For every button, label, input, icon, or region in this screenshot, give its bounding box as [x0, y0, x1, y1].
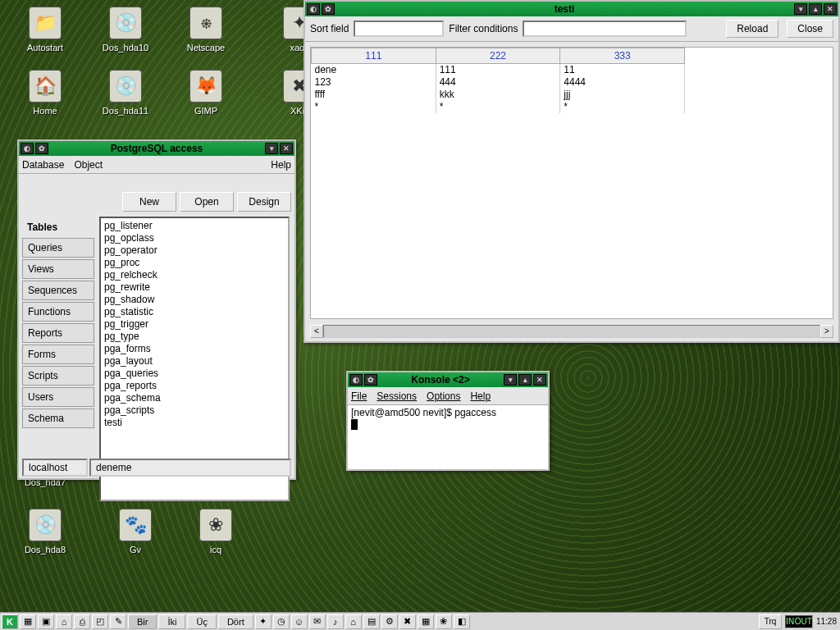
sysmenu-icon[interactable]: ◐: [21, 143, 34, 154]
cell[interactable]: *: [312, 101, 436, 113]
taskbar-icon[interactable]: ▦: [20, 614, 36, 629]
list-item[interactable]: pg_operator: [103, 244, 286, 257]
tab-sequences[interactable]: Sequences: [22, 281, 94, 300]
tray-icon[interactable]: ✖: [399, 614, 416, 629]
clock[interactable]: 11:28: [816, 617, 837, 626]
filter-input[interactable]: [523, 21, 687, 37]
sysmenu-icon[interactable]: ◐: [307, 3, 320, 15]
list-item[interactable]: pga_queries: [103, 368, 286, 380]
menu-help[interactable]: Help: [470, 390, 491, 402]
scroll-right-icon[interactable]: >: [820, 325, 833, 338]
open-button[interactable]: Open: [180, 192, 234, 212]
list-item[interactable]: pg_proc: [103, 257, 286, 269]
tray-icon[interactable]: ◷: [273, 614, 290, 629]
cell[interactable]: ffff: [312, 89, 436, 101]
cell[interactable]: 123: [312, 76, 436, 89]
tray-icon[interactable]: ⚙: [381, 614, 398, 629]
network-monitor[interactable]: IN OUT: [785, 615, 813, 628]
list-item[interactable]: pg_rewrite: [103, 281, 286, 294]
close-icon[interactable]: ✕: [824, 3, 837, 15]
scroll-left-icon[interactable]: <: [310, 325, 323, 338]
tab-reports[interactable]: Reports: [22, 323, 94, 343]
tab-queries[interactable]: Queries: [22, 238, 94, 258]
tray-icon[interactable]: ◧: [454, 614, 470, 629]
maximize-icon[interactable]: ▴: [518, 374, 532, 386]
list-item[interactable]: testi: [103, 417, 286, 429]
list-item[interactable]: pg_opclass: [103, 232, 286, 244]
cell[interactable]: dene: [312, 64, 436, 76]
list-item[interactable]: pg_listener: [103, 220, 286, 232]
list-item[interactable]: pga_scripts: [103, 404, 286, 417]
taskbar-icon[interactable]: ◰: [92, 614, 108, 629]
menu-sessions[interactable]: Sessions: [377, 390, 417, 402]
sticky-icon[interactable]: ✿: [364, 374, 377, 386]
column-header[interactable]: 333: [560, 48, 685, 64]
desktop-icon-dos_hda8[interactable]: 💿Dos_hda8: [16, 509, 74, 555]
sticky-icon[interactable]: ✿: [35, 143, 48, 154]
column-header[interactable]: 111: [312, 48, 436, 64]
list-item[interactable]: pg_shadow: [103, 294, 286, 306]
reload-button[interactable]: Reload: [726, 20, 778, 38]
cell[interactable]: 444: [436, 76, 560, 89]
list-item[interactable]: pg_trigger: [103, 318, 286, 331]
column-header[interactable]: 222: [436, 48, 560, 64]
cell[interactable]: 11: [560, 64, 685, 76]
desktop-icon-icq[interactable]: ❀icq: [187, 509, 244, 555]
desktop-switch-3[interactable]: Üç: [187, 614, 216, 629]
tray-icon[interactable]: ▦: [418, 614, 434, 629]
list-item[interactable]: pga_forms: [103, 343, 286, 355]
konsole-titlebar[interactable]: ◐ ✿ Konsole <2> ▾ ▴ ✕: [348, 372, 548, 387]
tray-icon[interactable]: ▤: [363, 614, 380, 629]
desktop-icon-dos_hda10[interactable]: 💿Dos_hda10: [97, 7, 154, 52]
taskbar-icon[interactable]: ▣: [38, 614, 54, 629]
terminal-area[interactable]: [nevit@amd500 nevit]$ pgaccess: [348, 405, 548, 469]
desktop-switch-4[interactable]: Dört: [218, 614, 253, 629]
cell[interactable]: 111: [436, 64, 560, 76]
testi-titlebar[interactable]: ◐ ✿ testi ▾ ▴ ✕: [305, 2, 838, 16]
menu-object[interactable]: Object: [74, 159, 103, 171]
tab-scripts[interactable]: Scripts: [22, 366, 94, 386]
list-item[interactable]: pg_relcheck: [103, 269, 286, 281]
menu-file[interactable]: File: [351, 390, 367, 402]
tray-icon[interactable]: ☺: [291, 614, 308, 629]
scroll-track[interactable]: [323, 325, 820, 338]
tab-functions[interactable]: Functions: [22, 302, 94, 322]
taskbar-icon[interactable]: ✎: [110, 614, 126, 629]
table-row[interactable]: dene11111: [312, 64, 685, 76]
tray-icon[interactable]: ⌂: [345, 614, 362, 629]
table-row[interactable]: ffffkkkjjj: [312, 89, 685, 101]
menu-options[interactable]: Options: [427, 390, 460, 402]
horizontal-scrollbar[interactable]: < >: [310, 325, 833, 338]
desktop-switch-1[interactable]: Bir: [128, 614, 157, 629]
cell[interactable]: jjj: [560, 89, 685, 101]
taskbar-icon[interactable]: ⌂: [56, 614, 72, 629]
minimize-icon[interactable]: ▾: [265, 143, 278, 154]
list-item[interactable]: pga_layout: [103, 355, 286, 368]
tab-schema[interactable]: Schema: [22, 409, 94, 428]
sticky-icon[interactable]: ✿: [322, 3, 335, 15]
menu-database[interactable]: Database: [22, 159, 64, 171]
close-icon[interactable]: ✕: [533, 374, 546, 386]
cell[interactable]: *: [560, 101, 685, 113]
desktop-switch-2[interactable]: İki: [158, 614, 185, 629]
new-button[interactable]: New: [122, 192, 176, 212]
sort-field-input[interactable]: [354, 21, 444, 37]
list-item[interactable]: pga_reports: [103, 380, 286, 392]
tab-users[interactable]: Users: [22, 387, 94, 407]
close-button[interactable]: Close: [787, 20, 833, 38]
keyboard-layout[interactable]: Trq: [759, 614, 782, 629]
tray-icon[interactable]: ✦: [255, 614, 272, 629]
list-item[interactable]: pg_statistic: [103, 306, 286, 318]
cell[interactable]: kkk: [436, 89, 560, 101]
tray-icon[interactable]: ❀: [436, 614, 452, 629]
list-item[interactable]: pg_type: [103, 331, 286, 343]
close-icon[interactable]: ✕: [280, 143, 293, 154]
desktop-icon-netscape[interactable]: ⎈Netscape: [177, 7, 235, 52]
list-item[interactable]: pga_schema: [103, 392, 286, 404]
cell[interactable]: 4444: [560, 76, 685, 89]
table-row[interactable]: ***: [312, 101, 685, 113]
k-menu-button[interactable]: K: [2, 614, 18, 629]
desktop-icon-dos_hda11[interactable]: 💿Dos_hda11: [97, 70, 154, 116]
design-button[interactable]: Design: [237, 192, 291, 212]
tray-icon[interactable]: ♪: [327, 614, 344, 629]
